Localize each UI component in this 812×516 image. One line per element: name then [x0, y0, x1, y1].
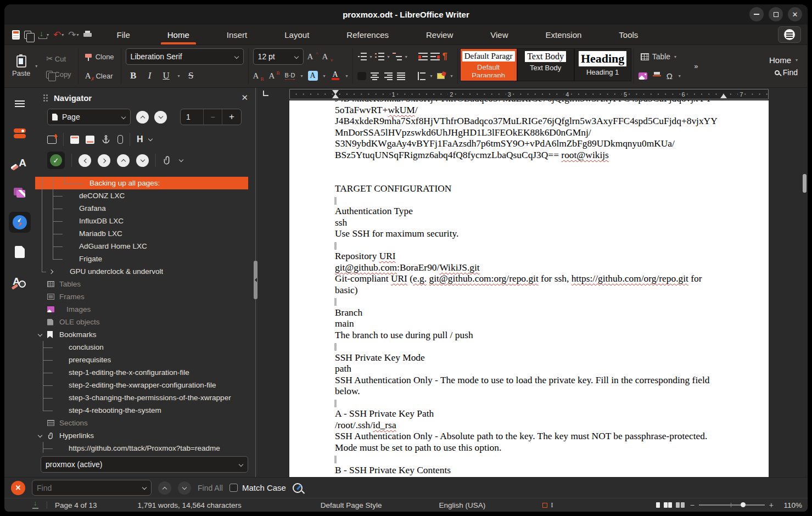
insert-image-button[interactable] — [639, 72, 647, 80]
heading-levels-button[interactable]: H — [137, 134, 153, 144]
page-number-value[interactable]: 1 — [181, 109, 204, 125]
toolbar-overflow-button[interactable]: » — [690, 60, 703, 73]
content-navigation-toggle[interactable]: ✓ — [47, 152, 65, 169]
page-style[interactable]: Default Page Style — [249, 498, 390, 512]
clone-formatting-button[interactable]: Clone — [83, 52, 116, 62]
shrink-font-button[interactable]: Av — [322, 52, 333, 61]
strikethrough-button[interactable]: S — [186, 70, 197, 81]
tab-layout[interactable]: Layout — [266, 25, 328, 44]
bullet-list-button[interactable] — [357, 53, 367, 60]
cut-button[interactable]: ✂ Cut — [44, 53, 73, 65]
find-toolbar-button[interactable]: Find — [775, 68, 798, 77]
sidebar-styles-button[interactable]: A — [9, 153, 31, 173]
tree-item[interactable]: Bookmarks — [35, 328, 254, 341]
sidebar-navigator-button[interactable] — [9, 212, 31, 233]
spacing-dropdown[interactable]: ▾ — [301, 74, 303, 78]
tree-item[interactable]: AdGuard Home LXC — [35, 240, 254, 253]
undo-icon[interactable]: ↶▾ — [52, 28, 65, 41]
previous-page-button[interactable] — [136, 111, 149, 124]
copy-icon[interactable]: ▾ — [23, 28, 35, 41]
panel-splitter[interactable] — [254, 88, 258, 477]
tab-insert[interactable]: Insert — [208, 25, 266, 44]
grow-font-button[interactable]: A^ — [307, 52, 318, 61]
highlight-dropdown[interactable]: ▾ — [323, 74, 326, 78]
tree-item[interactable]: Frames — [35, 290, 254, 303]
navigate-down-button[interactable] — [136, 154, 149, 167]
tab-home[interactable]: Home — [149, 25, 208, 44]
special-character-button[interactable]: Ω — [667, 71, 673, 81]
tree-item[interactable]: Backing up all pages: — [35, 177, 248, 189]
anchor-icon[interactable] — [101, 134, 111, 144]
bullet-list-dropdown[interactable]: ▾ — [370, 54, 372, 59]
clear-formatting-button[interactable]: A Clear — [83, 70, 115, 82]
tree-item[interactable]: deCONZ LXC — [35, 189, 254, 202]
tree-item[interactable]: step-3-changing-the-permissions-of-the-x… — [35, 391, 254, 404]
tab-references[interactable]: References — [328, 25, 407, 44]
horizontal-ruler[interactable]: 1234567 — [289, 89, 769, 99]
increase-indent-button[interactable] — [418, 53, 428, 60]
table-dropdown[interactable]: ▾ — [674, 54, 676, 59]
save-status-icon[interactable] — [10, 498, 47, 512]
document-page[interactable]: J4B4xkdeR9mha7Sxf8HjVThfrOBadqco37MuLRIG… — [289, 100, 769, 477]
tab-extension[interactable]: Extension — [527, 25, 600, 44]
find-next-button[interactable] — [178, 481, 191, 495]
scrollbar-thumb[interactable] — [803, 174, 807, 193]
navigate-back-button[interactable] — [79, 154, 91, 167]
decrease-indent-button[interactable] — [430, 53, 440, 60]
print-icon[interactable] — [82, 28, 93, 41]
tree-item[interactable]: Tables — [35, 278, 254, 290]
font-color-dropdown[interactable]: ▾ — [346, 74, 348, 78]
zoom-level[interactable]: 110% — [779, 501, 802, 509]
paragraph-background-dropdown[interactable]: ▾ — [451, 74, 453, 78]
special-character-dropdown[interactable]: ▾ — [679, 74, 681, 78]
footer-icon[interactable] — [86, 136, 94, 144]
underline-button[interactable]: U — [161, 70, 172, 81]
tree-item[interactable]: Hyperlinks — [35, 429, 254, 442]
right-indent-marker[interactable] — [720, 94, 727, 98]
zoom-out-button[interactable]: − — [690, 501, 695, 509]
sidebar-properties-button[interactable] — [9, 123, 31, 144]
single-page-view-icon[interactable] — [656, 502, 660, 508]
document-switcher[interactable]: proxmox (active) — [41, 456, 248, 473]
paste-button[interactable]: Paste — [9, 53, 33, 80]
subscript-button[interactable]: AB — [253, 71, 264, 81]
line-spacing-dropdown[interactable]: ▾ — [430, 74, 433, 78]
find-all-button[interactable]: Find All — [198, 484, 223, 492]
style-heading-1[interactable]: Heading Heading 1 — [574, 48, 631, 81]
superscript-button[interactable]: AB — [269, 71, 280, 81]
drag-mode-icon[interactable] — [47, 136, 57, 144]
page-info[interactable]: Page 4 of 13 — [47, 498, 105, 512]
bold-button[interactable]: B — [128, 70, 139, 81]
chevron-down-icon[interactable] — [142, 486, 147, 490]
underline-dropdown[interactable]: ▾ — [178, 74, 180, 78]
left-indent-marker[interactable] — [332, 94, 339, 98]
outline-list-button[interactable] — [393, 53, 402, 60]
tree-item[interactable]: Frigate — [35, 253, 254, 265]
italic-button[interactable]: I — [144, 70, 155, 81]
find-previous-button[interactable] — [158, 481, 171, 495]
formatting-marks-button[interactable]: ¶ — [443, 52, 447, 61]
splitter-handle[interactable] — [254, 261, 257, 299]
tab-stop-selector-icon[interactable] — [263, 91, 268, 96]
tree-item[interactable]: step-2-editing-the-xwrapper-configuratio… — [35, 379, 254, 391]
navigate-up-button[interactable] — [117, 154, 130, 167]
word-count[interactable]: 1,791 words, 14,564 characters — [105, 498, 249, 512]
align-left-button[interactable] — [357, 72, 366, 80]
match-case-checkbox[interactable] — [229, 484, 238, 492]
header-icon[interactable] — [70, 136, 79, 144]
next-page-button[interactable] — [154, 111, 167, 124]
navigator-close-icon[interactable]: ✕ — [241, 93, 248, 103]
tab-view[interactable]: View — [472, 25, 527, 44]
close-button[interactable]: ✕ — [788, 7, 802, 21]
tree-item[interactable]: Images — [35, 303, 254, 316]
minimize-button[interactable] — [749, 7, 764, 21]
table-button[interactable]: Table ▾ — [639, 51, 679, 62]
multi-page-view-icon[interactable] — [664, 502, 673, 508]
toolbar-mode-dropdown[interactable]: Home ▾ — [769, 55, 798, 65]
highlight-color-button[interactable]: A — [308, 71, 318, 81]
tree-item[interactable]: Grafana — [35, 202, 254, 215]
align-justify-button[interactable] — [397, 72, 406, 80]
insert-page-break-button[interactable] — [653, 72, 661, 80]
text-language[interactable]: English (USA) — [390, 498, 494, 512]
style-text-body[interactable]: Text Body Text Body — [517, 48, 574, 81]
